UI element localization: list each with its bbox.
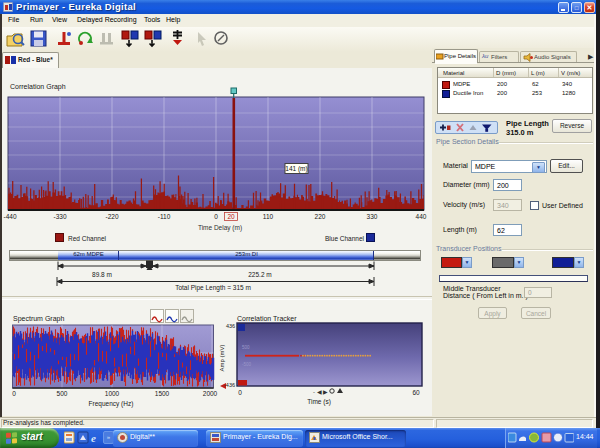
svg-text:436: 436 bbox=[226, 323, 235, 329]
svg-text:-: - bbox=[313, 389, 315, 395]
svg-text:500: 500 bbox=[242, 345, 250, 350]
svg-text:e: e bbox=[91, 432, 96, 444]
svg-text:Time (s): Time (s) bbox=[307, 398, 331, 406]
svg-text:60: 60 bbox=[412, 389, 420, 396]
svg-text:◀: ◀ bbox=[317, 389, 322, 395]
svg-text:-436: -436 bbox=[224, 382, 235, 388]
svg-text:0: 0 bbox=[238, 389, 242, 396]
svg-text:-500: -500 bbox=[242, 362, 252, 367]
svg-text:▶: ▶ bbox=[323, 389, 328, 395]
